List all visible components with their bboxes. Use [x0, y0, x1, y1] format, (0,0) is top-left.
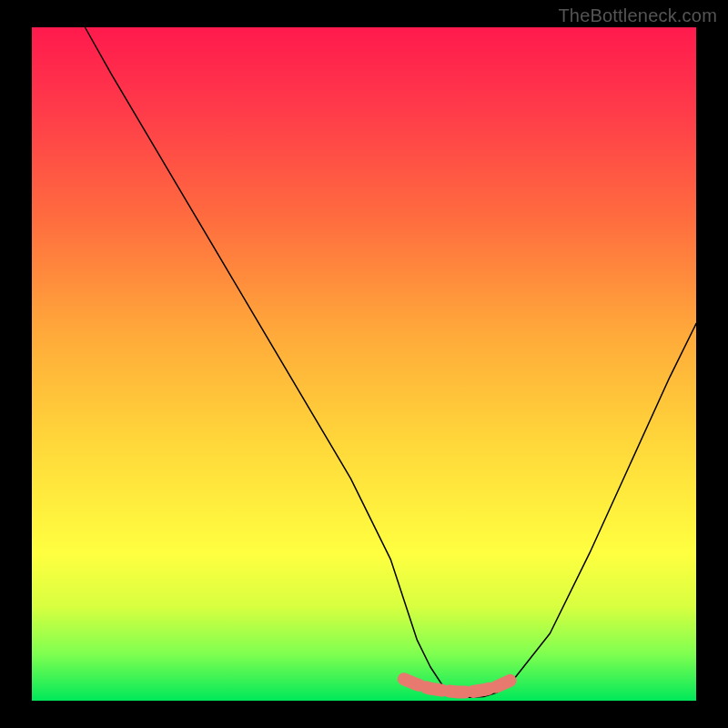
- valley-marker-path: [404, 679, 511, 692]
- chart-svg: [32, 27, 696, 701]
- chart-frame: TheBottleneck.com: [0, 0, 728, 728]
- plot-area: [32, 27, 696, 701]
- valley-marker-group: [404, 679, 511, 692]
- watermark-label: TheBottleneck.com: [558, 5, 717, 26]
- bottleneck-curve-path: [85, 27, 696, 697]
